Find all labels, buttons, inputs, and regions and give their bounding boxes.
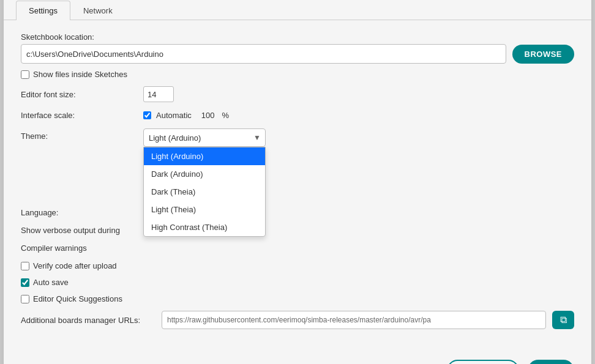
font-size-input[interactable] [143,86,174,102]
boards-url-input[interactable] [162,311,546,329]
quick-suggestions-label: Editor Quick Suggestions [33,294,122,303]
dropdown-item-light-theia[interactable]: Light (Theia) [144,201,265,218]
show-files-checkbox[interactable] [21,70,29,79]
boards-url-button[interactable]: ⧉ [552,311,574,329]
font-size-label: Editor font size: [21,90,143,99]
tab-settings[interactable]: Settings [16,1,70,20]
dropdown-item-light-arduino[interactable]: Light (Arduino) [144,147,265,165]
compiler-warnings-row: Compiler warnings [21,243,574,253]
ok-button[interactable]: OK [528,360,575,364]
verify-code-label: Verify code after upload [33,261,117,270]
verbose-row: Show verbose output during [21,226,574,235]
compiler-warnings-label: Compiler warnings [21,243,143,253]
dropdown-item-dark-theia[interactable]: Dark (Theia) [144,183,265,201]
auto-save-row: Auto save [21,278,574,287]
theme-label: Theme: [21,132,143,141]
quick-suggestions-row: Editor Quick Suggestions [21,294,574,303]
theme-select[interactable]: Light (Arduino) Dark (Arduino) Dark (The… [143,128,266,147]
show-files-row: Show files inside Sketches [21,70,574,79]
dropdown-item-high-contrast-theia[interactable]: High Contrast (Theia) [144,218,265,236]
tabs-container: Settings Network [4,0,591,20]
external-link-icon: ⧉ [560,314,567,325]
additional-boards-label: Additional boards manager URLs: [21,316,155,325]
theme-dropdown: Light (Arduino) Dark (Arduino) Dark (The… [143,147,266,237]
sketchbook-label: Sketchbook location: [21,32,574,42]
tab-network[interactable]: Network [70,1,125,20]
font-size-row: Editor font size: [21,86,574,102]
interface-scale-row: Interface scale: Automatic 100 % [21,111,574,120]
verbose-label: Show verbose output during [21,226,143,235]
theme-select-wrapper: Light (Arduino) Dark (Arduino) Dark (The… [143,128,266,147]
settings-content: Sketchbook location: BROWSE Show files i… [4,20,591,350]
auto-scale-label: Automatic [156,111,192,120]
quick-suggestions-checkbox[interactable] [21,295,29,303]
language-label: Language: [21,208,143,217]
scale-value: 100 [201,111,215,120]
verify-code-row: Verify code after upload [21,261,574,270]
dropdown-item-dark-arduino[interactable]: Dark (Arduino) [144,165,265,183]
auto-save-checkbox[interactable] [21,278,29,287]
interface-scale-label: Interface scale: [21,111,143,120]
auto-save-label: Auto save [33,278,69,287]
browse-button[interactable]: BROWSE [512,45,575,64]
sketchbook-row: BROWSE [21,44,574,64]
additional-boards-row: Additional boards manager URLs: ⧉ [21,311,574,329]
auto-scale-checkbox[interactable] [143,111,151,119]
scale-unit: % [222,111,230,120]
sketchbook-input[interactable] [21,44,506,64]
scale-controls: Automatic 100 % [143,111,229,120]
language-row: Language: (reload required) [21,208,574,217]
cancel-button[interactable]: CANCEL [447,360,518,364]
show-files-label: Show files inside Sketches [33,70,127,79]
theme-row: Theme: Light (Arduino) Dark (Arduino) Da… [21,128,574,147]
preferences-dialog: Preferences ✕ Settings Network Sketchboo… [4,0,591,364]
dialog-footer: CANCEL OK [4,350,591,364]
verify-code-checkbox[interactable] [21,262,29,270]
